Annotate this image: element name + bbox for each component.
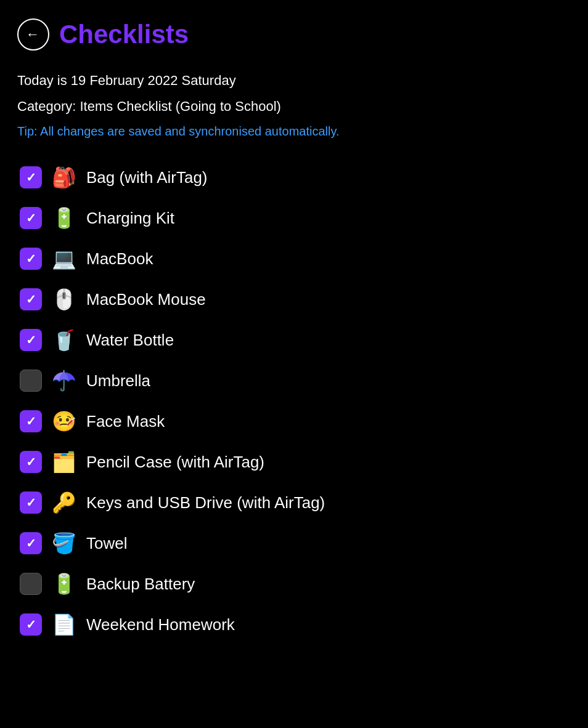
item-label-keys-usb: Keys and USB Drive (with AirTag)	[86, 493, 325, 512]
item-emoji-umbrella: ☂️	[52, 369, 76, 392]
checkmark-icon: ✓	[26, 211, 36, 225]
checkbox-water-bottle[interactable]: ✓	[20, 329, 42, 351]
checkbox-weekend-homework[interactable]: ✓	[20, 613, 42, 636]
checklist-item-charging-kit[interactable]: ✓🔋Charging Kit	[17, 198, 571, 238]
item-label-macbook: MacBook	[86, 249, 153, 269]
checklist-item-backup-battery[interactable]: 🔋Backup Battery	[17, 564, 571, 604]
item-label-macbook-mouse: MacBook Mouse	[86, 290, 206, 309]
item-emoji-macbook-mouse: 🖱️	[52, 288, 76, 311]
checkmark-icon: ✓	[26, 292, 36, 307]
page-title: Checklists	[59, 20, 189, 49]
checklist-item-weekend-homework[interactable]: ✓📄Weekend Homework	[17, 604, 571, 645]
checkmark-icon: ✓	[26, 414, 36, 429]
checkmark-icon: ✓	[26, 536, 36, 551]
item-emoji-bag: 🎒	[52, 166, 76, 189]
item-label-backup-battery: Backup Battery	[86, 575, 195, 594]
item-label-weekend-homework: Weekend Homework	[86, 615, 235, 634]
category-line: Category: Items Checklist (Going to Scho…	[17, 99, 571, 115]
checklist-item-face-mask[interactable]: ✓🤒Face Mask	[17, 401, 571, 442]
item-emoji-towel: 🪣	[52, 532, 76, 555]
item-label-face-mask: Face Mask	[86, 412, 165, 431]
checkbox-backup-battery[interactable]	[20, 573, 42, 595]
checkbox-face-mask[interactable]: ✓	[20, 410, 42, 432]
date-line: Today is 19 February 2022 Saturday	[17, 73, 571, 89]
checkmark-icon: ✓	[26, 251, 36, 266]
item-label-water-bottle: Water Bottle	[86, 331, 174, 350]
checklist-item-bag[interactable]: ✓🎒Bag (with AirTag)	[17, 157, 571, 198]
checklist-item-umbrella[interactable]: ☂️Umbrella	[17, 360, 571, 401]
checkbox-macbook-mouse[interactable]: ✓	[20, 288, 42, 310]
checkmark-icon: ✓	[26, 495, 36, 510]
checkbox-charging-kit[interactable]: ✓	[20, 207, 42, 229]
checkbox-macbook[interactable]: ✓	[20, 248, 42, 270]
item-label-charging-kit: Charging Kit	[86, 209, 174, 228]
item-label-pencil-case: Pencil Case (with AirTag)	[86, 453, 264, 472]
checkmark-icon: ✓	[26, 333, 36, 347]
item-label-towel: Towel	[86, 534, 127, 553]
checklist: ✓🎒Bag (with AirTag)✓🔋Charging Kit✓💻MacBo…	[17, 157, 571, 645]
checklist-item-pencil-case[interactable]: ✓🗂️Pencil Case (with AirTag)	[17, 442, 571, 482]
checklist-item-macbook[interactable]: ✓💻MacBook	[17, 238, 571, 279]
checkbox-bag[interactable]: ✓	[20, 166, 42, 188]
item-label-umbrella: Umbrella	[86, 371, 150, 390]
checklist-item-keys-usb[interactable]: ✓🔑Keys and USB Drive (with AirTag)	[17, 482, 571, 523]
checkmark-icon: ✓	[26, 617, 36, 632]
checkmark-icon: ✓	[26, 170, 36, 185]
checklist-item-water-bottle[interactable]: ✓🥤Water Bottle	[17, 320, 571, 360]
checkbox-pencil-case[interactable]: ✓	[20, 451, 42, 473]
item-emoji-keys-usb: 🔑	[52, 491, 76, 514]
item-emoji-macbook: 💻	[52, 247, 76, 270]
item-label-bag: Bag (with AirTag)	[86, 168, 208, 187]
item-emoji-water-bottle: 🥤	[52, 328, 76, 352]
checklist-item-towel[interactable]: ✓🪣Towel	[17, 523, 571, 564]
item-emoji-backup-battery: 🔋	[52, 572, 76, 596]
item-emoji-face-mask: 🤒	[52, 410, 76, 433]
item-emoji-charging-kit: 🔋	[52, 206, 76, 230]
checkbox-keys-usb[interactable]: ✓	[20, 491, 42, 514]
tip-line: Tip: All changes are saved and synchroni…	[17, 124, 571, 139]
page-header: ← Checklists	[17, 18, 571, 51]
checkbox-towel[interactable]: ✓	[20, 532, 42, 554]
checkmark-icon: ✓	[26, 455, 36, 469]
checkbox-umbrella[interactable]	[20, 370, 42, 392]
back-arrow-icon: ←	[26, 28, 39, 41]
back-button[interactable]: ←	[17, 18, 49, 51]
item-emoji-weekend-homework: 📄	[52, 613, 76, 636]
item-emoji-pencil-case: 🗂️	[52, 450, 76, 474]
checklist-item-macbook-mouse[interactable]: ✓🖱️MacBook Mouse	[17, 279, 571, 320]
